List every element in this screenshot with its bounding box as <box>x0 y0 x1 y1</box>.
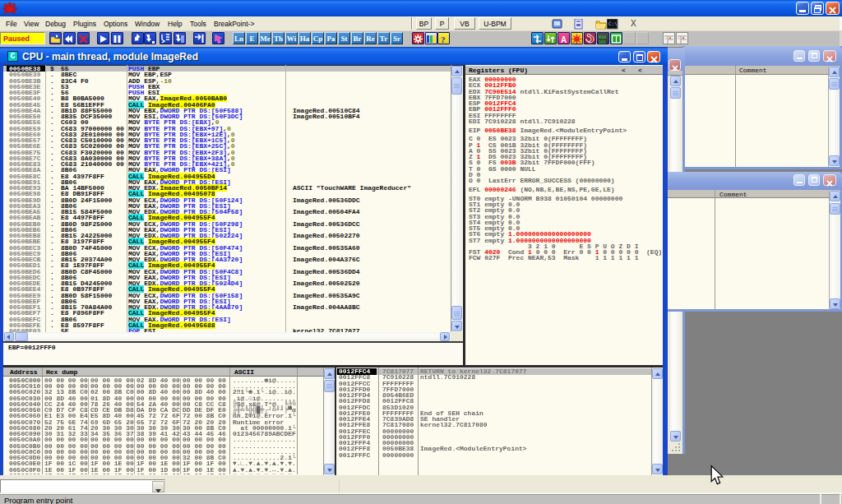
svg-text:?: ? <box>441 35 446 44</box>
svg-text:101: 101 <box>599 39 606 44</box>
svg-text:C:\: C:\ <box>608 21 618 26</box>
svg-text:A: A <box>561 35 567 44</box>
